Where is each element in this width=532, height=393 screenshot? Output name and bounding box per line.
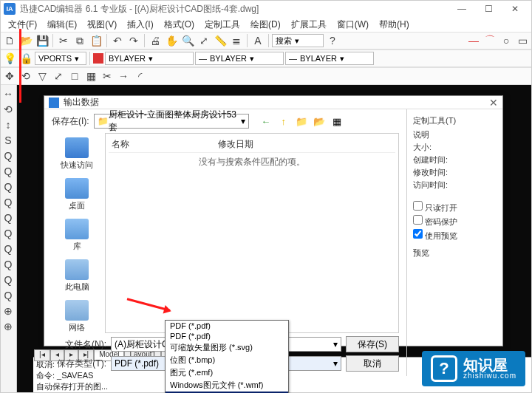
zoom-icon[interactable]: 🔍 — [180, 33, 195, 48]
lt-10[interactable]: Q — [1, 242, 16, 256]
lt-0[interactable]: ↔ — [1, 86, 16, 101]
lt-4[interactable]: Q — [1, 148, 16, 163]
opt-3[interactable]: 位图 (*.bmp) — [166, 354, 288, 366]
linetype-combo[interactable]: — BYLAYER ▾ — [195, 52, 284, 65]
menu-edit[interactable]: 编辑(E) — [43, 18, 81, 32]
col-date[interactable]: 修改日期 — [218, 138, 253, 151]
lt-8[interactable]: Q — [1, 211, 16, 225]
side-accessed: 访问时间: — [413, 180, 497, 191]
scale-icon[interactable]: ⤢ — [197, 33, 211, 48]
opt-5[interactable]: Windows图元文件 (*.wmf) — [166, 379, 288, 392]
redo-icon[interactable]: ↷ — [126, 33, 141, 48]
measure-icon[interactable]: 📏 — [213, 33, 228, 48]
annotation-arrow-vertical — [19, 29, 21, 103]
mirror-icon[interactable]: ▽ — [35, 69, 50, 83]
cancel-button[interactable]: 取消 — [346, 355, 399, 372]
copy-icon[interactable]: ⧉ — [72, 33, 87, 48]
menu-view[interactable]: 视图(V) — [83, 18, 121, 32]
maximize-button[interactable]: ☐ — [475, 1, 502, 17]
layer-icon[interactable]: ≣ — [229, 33, 244, 48]
new-folder-icon[interactable]: 📂 — [313, 115, 326, 128]
empty-message: 没有与搜索条件匹配的项。 — [106, 156, 398, 168]
place-desktop[interactable]: 桌面 — [65, 178, 89, 211]
views-icon[interactable]: ▦ — [330, 115, 344, 128]
lt-7[interactable]: Q — [1, 195, 16, 210]
lt-2[interactable]: ↕ — [1, 117, 16, 132]
pan-icon[interactable]: ✋ — [164, 33, 179, 48]
paste-icon[interactable]: 📋 — [89, 33, 103, 48]
opt-1[interactable]: PDF (*.pdf) — [166, 331, 288, 341]
trim-icon[interactable]: ✂ — [100, 69, 115, 83]
circle-tool-icon[interactable]: ○ — [499, 33, 514, 48]
lt-1[interactable]: ⟲ — [1, 102, 16, 117]
readonly-checkbox[interactable]: 只读打开 — [413, 201, 497, 213]
rect-tool-icon[interactable]: ▭ — [515, 33, 530, 48]
extend-icon[interactable]: → — [116, 69, 131, 83]
line-tool-icon[interactable]: — — [466, 33, 481, 48]
menu-format[interactable]: 格式(O) — [160, 18, 199, 32]
menu-custom[interactable]: 定制工具 — [200, 18, 245, 32]
bulb-icon[interactable]: 💡 — [2, 51, 17, 66]
places-bar: 快速访问 桌面 库 此电脑 网络 — [52, 133, 102, 333]
preview-label: 预览 — [413, 247, 497, 259]
opt-2[interactable]: 可缩放矢量图形 (*.svg) — [166, 341, 288, 354]
folders-icon[interactable]: 📁 — [295, 115, 308, 128]
lt-15[interactable]: ⊕ — [1, 319, 16, 334]
offset-icon[interactable]: □ — [67, 69, 82, 83]
lt-9[interactable]: Q — [1, 226, 16, 241]
menu-insert[interactable]: 插入(I) — [123, 18, 157, 32]
preview-checkbox[interactable]: 使用预览 — [413, 229, 497, 242]
opt-0[interactable]: PDF (*.pdf) — [166, 321, 288, 331]
new-icon[interactable]: 🗋 — [2, 33, 17, 48]
color-combo[interactable]: BYLAYER ▾ — [105, 52, 194, 65]
password-checkbox[interactable]: 密码保护 — [413, 215, 497, 228]
scale2-icon[interactable]: ⤢ — [51, 69, 66, 83]
brand-badge: ? 知识屋 zhishiwu.com — [422, 351, 525, 386]
undo-icon[interactable]: ↶ — [110, 33, 125, 48]
place-thispc[interactable]: 此电脑 — [65, 259, 89, 293]
menu-window[interactable]: 窗口(W) — [332, 18, 373, 32]
lt-6[interactable]: Q — [1, 180, 16, 194]
text-icon[interactable]: A — [250, 33, 265, 48]
brand-logo-icon: ? — [431, 355, 457, 382]
lt-11[interactable]: Q — [1, 257, 16, 272]
menu-extend[interactable]: 扩展工具 — [287, 18, 331, 32]
brand-url: zhishiwu.com — [463, 372, 516, 380]
help-icon[interactable]: ? — [325, 33, 340, 48]
up-icon[interactable]: ↑ — [277, 115, 290, 128]
lt-13[interactable]: Q — [1, 288, 16, 303]
move-icon[interactable]: ✥ — [2, 69, 17, 83]
menu-file[interactable]: 文件(F) — [4, 18, 41, 32]
fillet-icon[interactable]: ◜ — [132, 69, 147, 83]
vports-combo[interactable]: VPORTS ▾ — [35, 52, 86, 65]
menu-help[interactable]: 帮助(H) — [375, 18, 414, 32]
place-quick[interactable]: 快速访问 — [61, 137, 93, 171]
lt-12[interactable]: Q — [1, 273, 16, 287]
save-icon[interactable]: 💾 — [35, 33, 50, 48]
save-in-combo[interactable]: 📁 厨柜设计-立面图整体厨房设计53套▾ — [94, 114, 249, 129]
opt-4[interactable]: 图元 (*.emf) — [166, 366, 288, 379]
print-icon[interactable]: 🖨 — [148, 33, 163, 48]
save-dialog: 输出数据 ✕ 保存在(I): 📁 厨柜设计-立面图整体厨房设计53套▾ ← ↑ … — [44, 95, 503, 346]
red-swatch-icon[interactable] — [93, 53, 103, 64]
array-icon[interactable]: ▦ — [83, 69, 98, 83]
close-button[interactable]: ✕ — [502, 1, 528, 17]
lt-14[interactable]: ⊕ — [1, 304, 16, 318]
side-size: 大小: — [413, 142, 497, 153]
place-library[interactable]: 库 — [65, 219, 89, 252]
save-button[interactable]: 保存(S) — [346, 336, 399, 352]
window-title: 迅捷CAD编辑器 6.1 专业版 - [(A)厨柜设计CAD图纸-4套.dwg] — [20, 3, 259, 16]
lineweight-combo[interactable]: — BYLAYER ▾ — [285, 52, 374, 65]
minimize-button[interactable]: — — [449, 1, 475, 17]
arc-tool-icon[interactable]: ⌒ — [482, 33, 497, 48]
dialog-close-icon[interactable]: ✕ — [489, 97, 498, 109]
place-network[interactable]: 网络 — [65, 300, 89, 333]
cut-icon[interactable]: ✂ — [56, 33, 71, 48]
back-icon[interactable]: ← — [259, 115, 273, 128]
col-name[interactable]: 名称 — [112, 138, 129, 151]
lt-5[interactable]: Q — [1, 164, 16, 179]
lt-3[interactable]: S — [1, 133, 16, 148]
search-box[interactable]: 搜索 ▾ — [272, 34, 324, 47]
filetype-dropdown: PDF (*.pdf) PDF (*.pdf) 可缩放矢量图形 (*.svg) … — [165, 320, 289, 393]
menu-draw[interactable]: 绘图(D) — [246, 18, 285, 32]
